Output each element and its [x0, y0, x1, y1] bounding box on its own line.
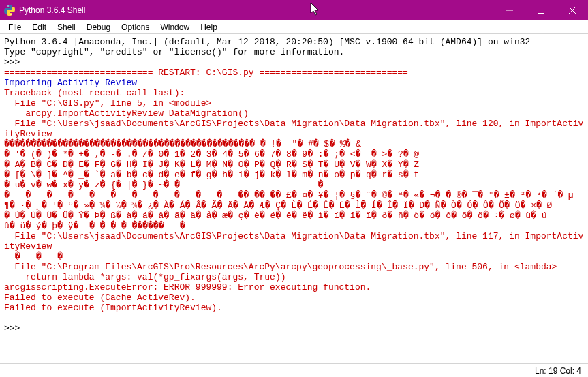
- svg-point-1: [10, 14, 12, 15]
- traceback-line: File "C:\Users\jsaad\Documents\ArcGIS\Pr…: [4, 119, 583, 139]
- banner-line: Type "copyright", "credits" or "license(…: [4, 47, 344, 57]
- menu-help[interactable]: Help: [195, 21, 223, 33]
- menu-bar: File Edit Shell Debug Options Window Hel…: [0, 20, 588, 34]
- error-line: Failed to execute (ImportActivityReview)…: [4, 303, 222, 313]
- menu-options[interactable]: Options: [116, 21, 155, 33]
- traceback-garbage: � � �: [4, 252, 63, 262]
- menu-file[interactable]: File: [3, 21, 27, 33]
- svg-point-0: [7, 5, 9, 7]
- text-caret: [27, 323, 27, 333]
- maximize-button[interactable]: [525, 0, 557, 20]
- traceback-line: return lambda *args: val(*gp_fixargs(arg…: [4, 272, 285, 282]
- prompt: >>>: [4, 323, 25, 333]
- cursor-position: Ln: 19 Col: 4: [535, 366, 581, 376]
- python-icon: [4, 5, 15, 16]
- menu-debug[interactable]: Debug: [81, 21, 116, 33]
- traceback-line: File "C:\Users\jsaad\Documents\ArcGIS\Pr…: [4, 231, 583, 252]
- menu-shell[interactable]: Shell: [52, 21, 81, 33]
- traceback-garbage: û� ü� ý� þ� ÿ� � � � � ������ �: [4, 221, 185, 231]
- traceback-line: File "C:\Program Files\ArcGIS\Pro\Resour…: [4, 262, 557, 272]
- traceback-line: File "C:\GIS.py", line 5, in <module>: [4, 98, 211, 108]
- status-bar: Ln: 19 Col: 4: [0, 363, 588, 377]
- traceback-garbage: � � � � � � � � � � � �� �� �� £� ¤� ¥� …: [4, 190, 574, 200]
- minimize-button[interactable]: [494, 0, 525, 20]
- banner-line: Python 3.6.4 |Anaconda, Inc.| (default, …: [4, 37, 530, 47]
- traceback-garbage: � u� v� w� x� y� z� {� |� }� ~� � �: [4, 180, 323, 190]
- titlebar[interactable]: Python 3.6.4 Shell: [0, 0, 588, 20]
- error-line: Failed to execute (Cache ActiveRev).: [4, 292, 196, 303]
- traceback-garbage: ����������������������������������������…: [4, 139, 361, 149]
- close-button[interactable]: [557, 0, 588, 20]
- menu-window[interactable]: Window: [155, 21, 195, 33]
- stdout-line: Importing Activity Review: [4, 78, 137, 88]
- window-title: Python 3.6.4 Shell: [19, 5, 494, 15]
- restart-line: ============================ RESTART: C:…: [4, 67, 408, 78]
- error-line: arcgisscripting.ExecuteError: ERROR 9999…: [4, 282, 371, 292]
- traceback-garbage: � '� (� )� *� +� ,� -� .� /� 0� 1� 2� 3�…: [4, 149, 419, 160]
- traceback-line: arcpy.ImportActivityReview_DataMigration…: [4, 108, 249, 119]
- menu-edit[interactable]: Edit: [27, 21, 52, 33]
- traceback-line: Traceback (most recent call last):: [4, 88, 185, 98]
- traceback-garbage: � [� \� ]� ^� _� `� a� b� c� d� e� f� g�…: [4, 170, 419, 180]
- traceback-garbage: � A� B� C� D� E� F� G� H� I� J� K� L� M�…: [4, 160, 419, 170]
- traceback-garbage: ¶� ·� ¸� ¹� º� »� ¼� ½� ¾� ¿� À� Á� Â� Ã…: [4, 200, 552, 211]
- prompt: >>>: [4, 57, 25, 67]
- shell-text-area[interactable]: Python 3.6.4 |Anaconda, Inc.| (default, …: [0, 34, 588, 363]
- svg-rect-3: [538, 7, 544, 14]
- traceback-garbage: � Ù� Ú� Û� Ü� Ý� Þ� ß� à� á� â� ã� ä� å�…: [4, 211, 547, 221]
